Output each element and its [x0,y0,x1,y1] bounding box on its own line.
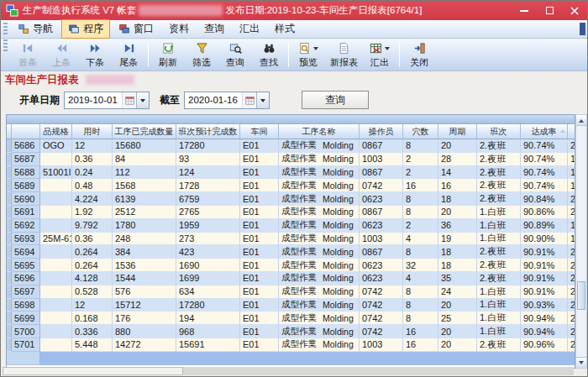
cell-rate[interactable]: 90.89% [521,219,568,233]
cell-hours[interactable]: 0.528 [72,285,113,299]
cell-cycle[interactable]: 19 [438,233,477,246]
calendar-icon[interactable] [122,92,136,108]
cell-spec[interactable]: 25M-61 [40,233,72,246]
cell-plan[interactable]: 423 [176,245,240,259]
column-header-shift[interactable]: 班次 [477,124,521,139]
cell-hours[interactable]: 0.264 [72,245,113,259]
cell-operator[interactable]: 0742 [360,299,403,312]
vertical-scroll-thumb[interactable] [577,281,585,310]
cell-plan[interactable]: 6759 [176,192,240,206]
dropdown-arrow-icon[interactable] [385,47,390,53]
row-number-cell[interactable]: 5690 [12,192,40,206]
maximize-button[interactable] [537,1,562,20]
cell-shift[interactable]: 2.夜班 [477,192,521,206]
cell-cycle[interactable]: 20 [438,299,477,312]
table-row[interactable]: 56890.4815681728E01成型作業Molding074216162.… [7,179,575,192]
cell-extra[interactable]: 1 [568,153,575,166]
cell-shift[interactable]: 1.白班 [477,233,521,246]
table-row[interactable]: 56929.79217801959E01成型作業Molding06232361.… [7,219,575,233]
cell-done[interactable]: 880 [113,325,176,338]
cell-plan[interactable]: 17280 [176,299,240,312]
cell-rate[interactable]: 90.93% [521,299,568,312]
cell-cavities[interactable]: 16 [403,179,438,192]
cell-cavities[interactable]: 8 [403,245,438,259]
cell-extra[interactable]: 2 [568,325,575,338]
table-row[interactable]: 57000.336880968E01成型作業Molding074216201.白… [7,325,575,338]
cell-cavities[interactable]: 8 [403,139,438,153]
row-number-cell[interactable]: 5696 [12,272,40,285]
column-header-operator[interactable]: 操作员 [360,124,403,139]
scroll-down-icon[interactable] [576,357,586,368]
cell-operator[interactable]: 1003 [360,153,403,166]
cell-spec[interactable] [40,219,72,233]
cell-workshop[interactable]: E01 [240,153,279,166]
cell-hours[interactable]: 0.36 [72,233,113,246]
chevron-down-icon[interactable] [256,92,269,108]
cell-cavities[interactable]: 8 [403,192,438,206]
cell-cycle[interactable]: 20 [438,325,477,338]
cell-cycle[interactable]: 18 [438,192,477,206]
row-number-cell[interactable]: 5695 [12,259,40,272]
menu-item-query[interactable]: 查询 [197,19,231,39]
cell-operator[interactable]: 0742 [360,285,403,299]
cell-hours[interactable]: 0.24 [72,166,113,180]
cell-rate[interactable]: 90.91% [521,245,568,259]
cell-operator[interactable]: 0867 [360,166,403,180]
cell-extra[interactable]: 2 [568,312,575,325]
cell-plan[interactable]: 273 [176,233,240,246]
cell-plan[interactable]: 124 [176,166,240,180]
cell-done[interactable]: 15712 [113,299,176,312]
cell-hours[interactable]: 0.48 [72,179,113,192]
cell-process[interactable]: 成型作業Molding [279,179,360,192]
cell-rate[interactable]: 90.96% [521,338,568,352]
cell-done[interactable]: 576 [113,285,176,299]
cell-rate[interactable]: 90.74% [521,166,568,180]
cell-done[interactable]: 248 [113,233,176,246]
row-number-cell[interactable]: 5697 [12,285,40,299]
table-row[interactable]: 56964.12815441699E01成型作業Molding06234352.… [7,272,575,285]
cell-process[interactable]: 成型作業Molding [279,312,360,325]
vertical-scrollbar[interactable] [575,114,587,369]
cell-cycle[interactable]: 16 [438,179,477,192]
cell-operator[interactable]: 1003 [360,233,403,246]
cell-operator[interactable]: 0623 [360,192,403,206]
cell-done[interactable]: 15680 [113,139,176,153]
cell-hours[interactable]: 5.448 [72,338,113,352]
cell-extra[interactable]: 2 [568,245,575,259]
cell-cavities[interactable]: 2 [403,153,438,166]
cell-process[interactable]: 成型作業Molding [279,153,360,166]
cell-cavities[interactable]: 8 [403,285,438,299]
cell-spec[interactable] [40,272,72,285]
cell-plan[interactable]: 968 [176,325,240,338]
column-header-process[interactable]: 工序名称 [279,124,360,139]
row-number-cell[interactable]: 5694 [12,245,40,259]
cell-extra[interactable]: 2 [568,259,575,272]
cell-extra[interactable]: 1 [568,179,575,192]
cell-workshop[interactable]: E01 [240,299,279,312]
row-number-cell[interactable]: 5691 [12,206,40,219]
cell-workshop[interactable]: E01 [240,272,279,285]
cell-operator[interactable]: 0623 [360,272,403,285]
export-button[interactable]: 汇出 [363,39,396,71]
cell-workshop[interactable]: E01 [240,325,279,338]
table-row[interactable]: 56870.368493E01成型作業Molding10032282.夜班90.… [7,153,575,166]
cell-workshop[interactable]: E01 [240,139,279,153]
cell-shift[interactable]: 1.白班 [477,312,521,325]
cell-spec[interactable] [40,245,72,259]
cell-cavities[interactable]: 2 [403,219,438,233]
cell-process[interactable]: 成型作業Molding [279,259,360,272]
cell-cycle[interactable]: 18 [438,245,477,259]
end-date-input[interactable]: 2020-01-16 [184,92,270,109]
cell-extra[interactable]: 1 [568,233,575,246]
cell-operator[interactable]: 0742 [360,325,403,338]
cell-shift[interactable]: 1.白班 [477,325,521,338]
column-header-cycle[interactable]: 周期 [438,124,477,139]
row-number-cell[interactable]: 5689 [12,179,40,192]
table-row[interactable]: 56990.168176194E01成型作業Molding07428251.白班… [7,312,575,325]
cell-operator[interactable]: 0623 [360,219,403,233]
cell-cavities[interactable]: 4 [403,272,438,285]
cell-rate[interactable]: 90.91% [521,285,568,299]
cell-rate[interactable]: 90.94% [521,312,568,325]
cell-cavities[interactable]: 8 [403,206,438,219]
cell-plan[interactable]: 1959 [176,219,240,233]
